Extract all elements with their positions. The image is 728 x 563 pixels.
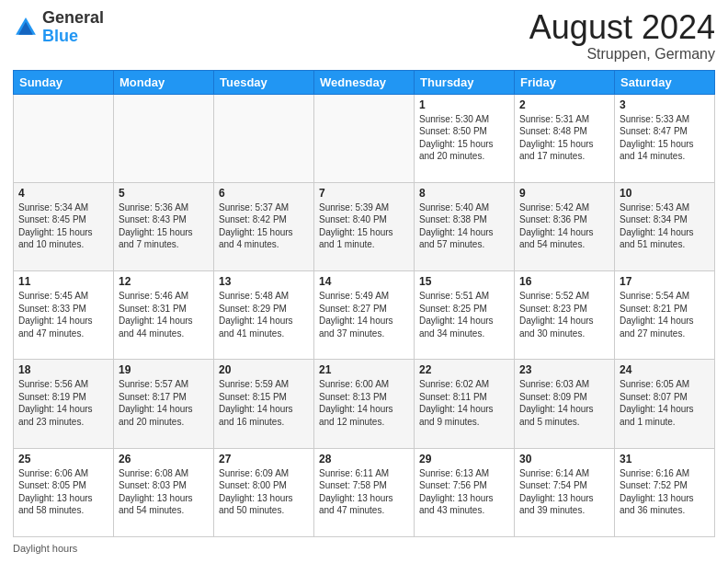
day-info: Sunrise: 6:16 AM Sunset: 7:52 PM Dayligh…	[620, 467, 710, 517]
day-info: Sunrise: 5:31 AM Sunset: 8:48 PM Dayligh…	[519, 113, 609, 163]
day-number: 5	[119, 187, 209, 200]
day-number: 25	[18, 453, 108, 465]
day-number: 14	[319, 275, 409, 288]
day-number: 29	[419, 453, 509, 465]
calendar-cell	[114, 94, 214, 182]
day-number: 3	[620, 98, 710, 111]
day-info: Sunrise: 5:39 AM Sunset: 8:40 PM Dayligh…	[319, 201, 409, 251]
day-info: Sunrise: 6:00 AM Sunset: 8:13 PM Dayligh…	[319, 378, 409, 428]
logo-general: General	[42, 9, 104, 28]
day-info: Sunrise: 5:40 AM Sunset: 8:38 PM Dayligh…	[419, 201, 509, 251]
calendar-cell: 13Sunrise: 5:48 AM Sunset: 8:29 PM Dayli…	[214, 271, 314, 360]
day-info: Sunrise: 5:49 AM Sunset: 8:27 PM Dayligh…	[319, 290, 409, 339]
day-number: 1	[419, 98, 509, 111]
calendar-cell: 5Sunrise: 5:36 AM Sunset: 8:43 PM Daylig…	[114, 182, 214, 270]
footer-label: Daylight hours	[13, 543, 77, 554]
day-info: Sunrise: 6:09 AM Sunset: 8:00 PM Dayligh…	[219, 467, 309, 517]
day-info: Sunrise: 6:03 AM Sunset: 8:09 PM Dayligh…	[519, 378, 609, 428]
day-info: Sunrise: 5:59 AM Sunset: 8:15 PM Dayligh…	[219, 378, 309, 428]
calendar-cell: 7Sunrise: 5:39 AM Sunset: 8:40 PM Daylig…	[314, 182, 415, 270]
day-number: 31	[620, 453, 710, 465]
day-info: Sunrise: 5:42 AM Sunset: 8:36 PM Dayligh…	[519, 201, 609, 251]
calendar-cell: 18Sunrise: 5:56 AM Sunset: 8:19 PM Dayli…	[14, 360, 114, 448]
title-month: August 2024	[529, 9, 715, 46]
calendar-cell: 3Sunrise: 5:33 AM Sunset: 8:47 PM Daylig…	[615, 94, 715, 182]
calendar-week-row: 25Sunrise: 6:06 AM Sunset: 8:05 PM Dayli…	[14, 448, 715, 536]
header: General Blue August 2024 Struppen, Germa…	[13, 9, 715, 63]
day-info: Sunrise: 6:05 AM Sunset: 8:07 PM Dayligh…	[620, 378, 710, 428]
day-number: 2	[519, 98, 609, 111]
calendar-cell: 2Sunrise: 5:31 AM Sunset: 8:48 PM Daylig…	[515, 94, 615, 182]
calendar-cell: 1Sunrise: 5:30 AM Sunset: 8:50 PM Daylig…	[415, 94, 515, 182]
day-info: Sunrise: 5:45 AM Sunset: 8:33 PM Dayligh…	[18, 290, 108, 339]
calendar-cell: 30Sunrise: 6:14 AM Sunset: 7:54 PM Dayli…	[515, 448, 615, 536]
logo-text: General Blue	[42, 9, 104, 46]
calendar-cell: 6Sunrise: 5:37 AM Sunset: 8:42 PM Daylig…	[214, 182, 314, 270]
day-info: Sunrise: 5:30 AM Sunset: 8:50 PM Dayligh…	[419, 113, 509, 163]
calendar-cell: 10Sunrise: 5:43 AM Sunset: 8:34 PM Dayli…	[615, 182, 715, 270]
day-info: Sunrise: 5:33 AM Sunset: 8:47 PM Dayligh…	[620, 113, 710, 163]
calendar-day-header: Thursday	[415, 70, 515, 94]
calendar-cell	[314, 94, 415, 182]
day-info: Sunrise: 5:51 AM Sunset: 8:25 PM Dayligh…	[419, 290, 509, 339]
calendar-week-row: 4Sunrise: 5:34 AM Sunset: 8:45 PM Daylig…	[14, 182, 715, 270]
day-info: Sunrise: 6:08 AM Sunset: 8:03 PM Dayligh…	[119, 467, 209, 517]
calendar-cell: 27Sunrise: 6:09 AM Sunset: 8:00 PM Dayli…	[214, 448, 314, 536]
day-number: 19	[119, 363, 209, 376]
calendar-cell: 28Sunrise: 6:11 AM Sunset: 7:58 PM Dayli…	[314, 448, 415, 536]
title-block: August 2024 Struppen, Germany	[529, 9, 715, 63]
calendar-cell: 22Sunrise: 6:02 AM Sunset: 8:11 PM Dayli…	[415, 360, 515, 448]
page: General Blue August 2024 Struppen, Germa…	[0, 0, 728, 563]
day-number: 8	[419, 187, 509, 200]
calendar-cell: 19Sunrise: 5:57 AM Sunset: 8:17 PM Dayli…	[114, 360, 214, 448]
calendar-cell: 12Sunrise: 5:46 AM Sunset: 8:31 PM Dayli…	[114, 271, 214, 360]
day-info: Sunrise: 5:57 AM Sunset: 8:17 PM Dayligh…	[119, 378, 209, 428]
calendar-day-header: Friday	[515, 70, 615, 94]
day-number: 15	[419, 275, 509, 288]
calendar-day-header: Wednesday	[314, 70, 415, 94]
calendar-cell: 9Sunrise: 5:42 AM Sunset: 8:36 PM Daylig…	[515, 182, 615, 270]
day-info: Sunrise: 6:06 AM Sunset: 8:05 PM Dayligh…	[18, 467, 108, 517]
logo-icon	[13, 15, 39, 40]
calendar-cell: 8Sunrise: 5:40 AM Sunset: 8:38 PM Daylig…	[415, 182, 515, 270]
calendar-cell: 23Sunrise: 6:03 AM Sunset: 8:09 PM Dayli…	[515, 360, 615, 448]
day-number: 28	[319, 453, 409, 465]
day-number: 30	[519, 453, 609, 465]
calendar-cell: 14Sunrise: 5:49 AM Sunset: 8:27 PM Dayli…	[314, 271, 415, 360]
calendar-day-header: Saturday	[615, 70, 715, 94]
day-number: 6	[219, 187, 309, 200]
day-number: 13	[219, 275, 309, 288]
day-info: Sunrise: 5:48 AM Sunset: 8:29 PM Dayligh…	[219, 290, 309, 339]
day-number: 21	[319, 363, 409, 376]
day-number: 12	[119, 275, 209, 288]
day-number: 22	[419, 363, 509, 376]
logo: General Blue	[13, 9, 104, 46]
day-info: Sunrise: 5:54 AM Sunset: 8:21 PM Dayligh…	[620, 290, 710, 339]
day-number: 16	[519, 275, 609, 288]
logo-blue: Blue	[42, 28, 104, 46]
day-number: 18	[18, 363, 108, 376]
day-number: 4	[18, 187, 108, 200]
calendar-header-row: SundayMondayTuesdayWednesdayThursdayFrid…	[14, 70, 715, 94]
calendar-cell: 26Sunrise: 6:08 AM Sunset: 8:03 PM Dayli…	[114, 448, 214, 536]
day-info: Sunrise: 5:56 AM Sunset: 8:19 PM Dayligh…	[18, 378, 108, 428]
day-number: 20	[219, 363, 309, 376]
calendar-week-row: 1Sunrise: 5:30 AM Sunset: 8:50 PM Daylig…	[14, 94, 715, 182]
day-info: Sunrise: 6:14 AM Sunset: 7:54 PM Dayligh…	[519, 467, 609, 517]
day-info: Sunrise: 6:13 AM Sunset: 7:56 PM Dayligh…	[419, 467, 509, 517]
calendar-day-header: Sunday	[14, 70, 114, 94]
day-info: Sunrise: 5:52 AM Sunset: 8:23 PM Dayligh…	[519, 290, 609, 339]
day-number: 23	[519, 363, 609, 376]
calendar-cell: 20Sunrise: 5:59 AM Sunset: 8:15 PM Dayli…	[214, 360, 314, 448]
day-number: 7	[319, 187, 409, 200]
calendar-cell: 15Sunrise: 5:51 AM Sunset: 8:25 PM Dayli…	[415, 271, 515, 360]
calendar-cell: 31Sunrise: 6:16 AM Sunset: 7:52 PM Dayli…	[615, 448, 715, 536]
calendar-week-row: 11Sunrise: 5:45 AM Sunset: 8:33 PM Dayli…	[14, 271, 715, 360]
calendar-cell: 29Sunrise: 6:13 AM Sunset: 7:56 PM Dayli…	[415, 448, 515, 536]
day-number: 26	[119, 453, 209, 465]
calendar-cell: 21Sunrise: 6:00 AM Sunset: 8:13 PM Dayli…	[314, 360, 415, 448]
footer: Daylight hours	[13, 543, 715, 554]
day-info: Sunrise: 5:46 AM Sunset: 8:31 PM Dayligh…	[119, 290, 209, 339]
day-info: Sunrise: 5:37 AM Sunset: 8:42 PM Dayligh…	[219, 201, 309, 251]
calendar-week-row: 18Sunrise: 5:56 AM Sunset: 8:19 PM Dayli…	[14, 360, 715, 448]
